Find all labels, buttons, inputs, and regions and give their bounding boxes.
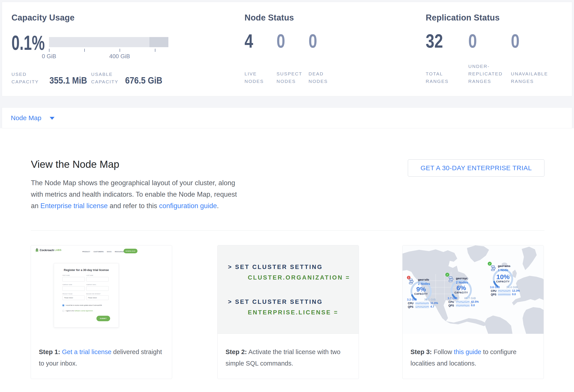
replication-status-section: Replication Status 32 0 0 TOTAL RANGES U… <box>426 2 572 96</box>
step-3-card: 1 geo=sfo 2 Nodes 9% CAPACITY 3.2 GiB 35… <box>402 245 544 379</box>
region-node-count: 1 Node <box>498 268 508 272</box>
get-enterprise-trial-button[interactable]: GET A 30-DAY ENTERPRISE TRIAL <box>408 159 544 177</box>
first-name-label: FIRST NAME <box>62 275 70 276</box>
reason-select: Please Select <box>86 296 109 300</box>
last-name-field <box>86 277 109 281</box>
cpu-label: CPU <box>491 289 496 293</box>
map-region-ams: ✓ geo=ams 1 Node 10% CAPACITY 3.6 GiB 34… <box>403 245 544 334</box>
page-title: View the Node Map <box>31 158 119 170</box>
license-agree-pre: I agree to the <box>65 310 74 312</box>
last-name-label: LAST NAME <box>86 275 93 276</box>
under-replicated-ranges-value: 0 <box>468 31 477 51</box>
suspect-nodes-label: SUSPECT NODES <box>277 70 303 85</box>
capacity-usage-section: Capacity Usage 0.1% 0 GiB 400 GiB USED C… <box>2 2 245 96</box>
company-name-field <box>62 286 85 291</box>
unavailable-ranges-label: UNAVAILABLE RANGES <box>511 70 551 85</box>
node-map-description: The Node Map shows the geographical layo… <box>31 177 244 212</box>
company-name-label: COMPANY NAME <box>62 284 72 285</box>
node-map-enterprise-panel: View the Node Map The Node Map shows the… <box>0 128 574 392</box>
section-divider <box>31 230 544 231</box>
email-updates-text: I would like to receive email updates ab… <box>65 304 102 306</box>
used-capacity-value: 355.1 MiB <box>49 76 82 85</box>
capacity-bar-track <box>49 37 168 47</box>
suspect-nodes-value: 0 <box>277 31 285 51</box>
used-capacity-label: USED CAPACITY <box>11 71 40 86</box>
dead-nodes-value: 0 <box>308 31 317 51</box>
configuration-guide-link[interactable]: configuration guide <box>159 202 217 210</box>
chevron-down-icon[interactable] <box>50 117 55 120</box>
capacity-tick-600 <box>155 49 155 52</box>
under-replicated-ranges-label: UNDER-REPLICATED RANGES <box>468 63 507 85</box>
step-2-caption: Step 2: Activate the trial license with … <box>218 334 359 369</box>
mini-submit-button: SUBMIT <box>96 316 110 321</box>
capacity-usage-title: Capacity Usage <box>11 13 245 22</box>
region-total: 34.4 GiB <box>506 285 518 289</box>
usable-capacity-value: 676.5 GiB <box>125 76 162 85</box>
capacity-tick-label-400: 400 GiB <box>109 53 130 60</box>
cpu-sparkline <box>498 289 511 292</box>
qps-value: 0.0 <box>512 293 516 296</box>
sql-line-4: ENTERPRISE.LICENSE = <box>248 309 338 316</box>
usable-capacity-label: USABLE CAPACITY <box>91 71 120 86</box>
live-nodes-label: LIVE NODES <box>245 70 271 85</box>
step-3-text: Follow <box>432 348 454 355</box>
project-phase-select: Please Select <box>62 296 85 300</box>
qps-sparkline <box>498 293 511 296</box>
total-ranges-label: TOTAL RANGES <box>426 70 454 85</box>
company-email-label: COMPANY EMAIL <box>86 284 96 285</box>
trial-signup-screenshot: Cockroach LABS PRODUCT CUSTOMERS DOCS RE… <box>31 245 172 334</box>
sql-line-3: > SET CLUSTER SETTING <box>228 299 323 305</box>
form-title: Register for a 30-day trial license <box>54 268 119 272</box>
capacity-percent: 0.1% <box>11 33 35 53</box>
brand-wordmark: Cockroach <box>40 249 54 252</box>
capacity-bar-reserved-segment <box>149 37 168 47</box>
node-map-dropdown[interactable]: Node Map <box>11 114 41 122</box>
total-ranges-value: 32 <box>426 31 443 51</box>
trial-license-form: Register for a 30-day trial license FIRS… <box>54 263 119 327</box>
license-agree-checkbox <box>62 310 64 312</box>
healthy-badge-icon: ✓ <box>488 262 492 266</box>
view-selector-bar: Node Map <box>2 107 572 128</box>
get-trial-license-link[interactable]: Get a trial license <box>62 348 111 355</box>
capacity-tick-200 <box>84 49 85 52</box>
project-phase-label: PROJECT PHASE <box>62 294 73 295</box>
step-1-label: Step 1: <box>39 348 60 355</box>
mini-download-button: DOWNLOAD <box>123 249 138 253</box>
region-name: geo=ams <box>498 264 511 268</box>
step-2-card: > SET CLUSTER SETTING CLUSTER.ORGANIZATI… <box>217 245 359 379</box>
description-text: and refer to this <box>108 202 159 210</box>
capacity-tick-0 <box>49 49 49 52</box>
this-guide-link[interactable]: this guide <box>454 348 481 355</box>
mini-nav-item: PRODUCT <box>82 251 90 252</box>
step-1-caption: Step 1: Get a trial license delivered st… <box>31 334 172 369</box>
first-name-field <box>62 277 85 281</box>
capacity-bar: 0 GiB 400 GiB <box>49 37 168 53</box>
node-status-section: Node Status 4 0 0 LIVE NODES SUSPECT NOD… <box>245 2 426 96</box>
description-text: . <box>217 202 219 210</box>
email-updates-checkbox: ✓ <box>62 304 64 306</box>
qps-label: QPS <box>491 293 496 296</box>
region-capacity-label: CAPACITY <box>496 280 510 283</box>
node-map-preview: 1 geo=sfo 2 Nodes 9% CAPACITY 3.2 GiB 35… <box>403 245 544 334</box>
sql-commands-illustration: > SET CLUSTER SETTING CLUSTER.ORGANIZATI… <box>218 245 359 334</box>
sql-line-2: CLUSTER.ORGANIZATION = <box>248 274 350 281</box>
license-agree-text: I agree to the Software License Agreemen… <box>65 310 93 312</box>
node-status-title: Node Status <box>245 13 426 22</box>
sql-line-1: > SET CLUSTER SETTING <box>228 264 323 271</box>
step-3-caption: Step 3: Follow this guide to configure l… <box>403 334 544 369</box>
reason-label: REASON FOR INTEREST <box>86 294 101 295</box>
step-3-label: Step 3: <box>410 348 432 355</box>
region-used: 3.6 GiB <box>490 285 500 289</box>
live-nodes-value: 4 <box>245 31 253 51</box>
mini-nav-item: DOCS <box>107 251 112 252</box>
step-1-card: Cockroach LABS PRODUCT CUSTOMERS DOCS RE… <box>31 245 172 379</box>
region-capacity-percent: 10% <box>496 273 510 281</box>
enterprise-trial-license-link[interactable]: Enterprise trial license <box>41 202 108 210</box>
brand-labs: LABS <box>55 249 62 251</box>
mini-nav-item: CUSTOMERS <box>94 251 104 252</box>
cluster-summary-bar: Capacity Usage 0.1% 0 GiB 400 GiB USED C… <box>2 2 572 96</box>
cockroach-bug-icon <box>35 248 39 252</box>
company-email-field <box>86 286 109 291</box>
replication-status-title: Replication Status <box>426 13 572 22</box>
unavailable-ranges-value: 0 <box>511 31 519 51</box>
